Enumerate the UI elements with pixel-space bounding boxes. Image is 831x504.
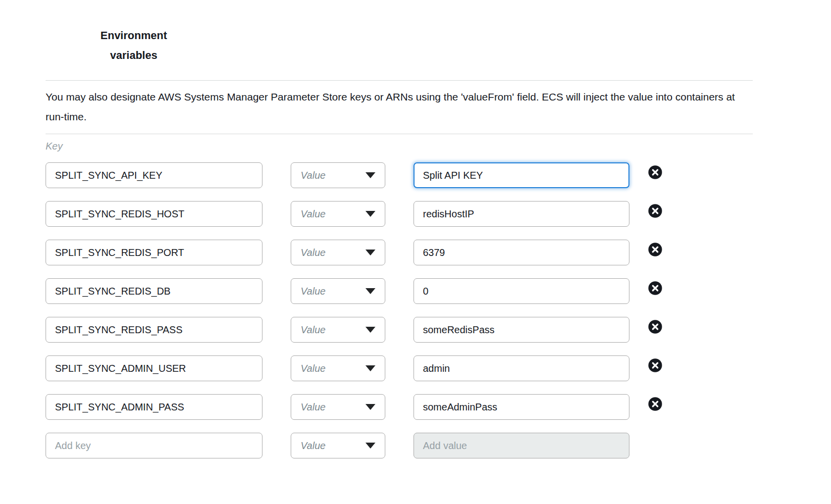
env-var-row: Value: [46, 240, 753, 265]
environment-variables-section: Environment variables You may also desig…: [0, 0, 831, 491]
value-type-select[interactable]: Value: [291, 162, 385, 188]
value-type-select[interactable]: Value: [291, 317, 385, 343]
remove-circle-icon: [648, 203, 663, 218]
env-key-input[interactable]: [46, 394, 262, 420]
env-key-input[interactable]: [46, 162, 262, 188]
chevron-down-icon: [365, 327, 375, 333]
section-title: Environment variables: [92, 26, 176, 65]
remove-circle-icon: [648, 358, 663, 373]
section-description: You may also designate AWS Systems Manag…: [46, 81, 753, 134]
remove-row-button[interactable]: [648, 281, 663, 296]
env-key-input[interactable]: [46, 317, 262, 343]
env-var-row: Value: [46, 201, 753, 227]
env-key-input[interactable]: [46, 201, 262, 227]
remove-row-button[interactable]: [648, 358, 663, 373]
env-var-row: Value: [46, 278, 753, 304]
remove-circle-icon: [648, 397, 663, 411]
remove-circle-icon: [648, 242, 663, 257]
key-column-header: Key: [46, 141, 753, 152]
chevron-down-icon: [365, 211, 375, 217]
value-type-selected: Value: [301, 247, 325, 258]
env-value-input[interactable]: [414, 355, 629, 381]
env-var-row: Value: [46, 355, 753, 381]
value-type-select[interactable]: Value: [291, 433, 385, 458]
chevron-down-icon: [365, 288, 375, 294]
value-type-select[interactable]: Value: [291, 240, 385, 265]
value-type-select[interactable]: Value: [291, 394, 385, 420]
chevron-down-icon: [365, 443, 375, 449]
env-value-input[interactable]: [414, 394, 629, 420]
chevron-down-icon: [365, 250, 375, 255]
remove-circle-icon: [648, 319, 663, 334]
env-var-row: Value: [46, 317, 753, 343]
divider: [46, 134, 753, 134]
remove-row-button[interactable]: [648, 242, 663, 257]
value-type-selected: Value: [301, 402, 325, 413]
value-type-selected: Value: [301, 363, 325, 374]
chevron-down-icon: [365, 172, 375, 178]
value-type-selected: Value: [301, 208, 325, 220]
env-value-input[interactable]: [414, 201, 629, 227]
value-type-selected: Value: [301, 440, 325, 452]
env-value-input[interactable]: [414, 317, 629, 343]
value-type-selected: Value: [301, 286, 325, 297]
value-type-select[interactable]: Value: [291, 355, 385, 381]
env-value-input[interactable]: [414, 162, 629, 188]
chevron-down-icon: [365, 404, 375, 410]
remove-row-button[interactable]: [648, 319, 663, 334]
env-key-input[interactable]: [46, 278, 262, 304]
remove-row-button[interactable]: [648, 397, 663, 411]
remove-circle-icon: [648, 281, 663, 296]
add-value-input[interactable]: [414, 433, 629, 458]
env-value-input[interactable]: [414, 240, 629, 265]
env-var-row: Value: [46, 394, 753, 420]
remove-row-button[interactable]: [648, 165, 663, 180]
section-title-line1: Environment: [92, 26, 176, 46]
env-var-row: Value: [46, 162, 753, 188]
value-type-select[interactable]: Value: [291, 278, 385, 304]
chevron-down-icon: [365, 365, 375, 371]
add-env-var-row: Value: [46, 433, 753, 458]
remove-circle-icon: [648, 165, 663, 180]
section-title-line2: variables: [92, 46, 176, 65]
value-type-selected: Value: [301, 170, 325, 181]
env-key-input[interactable]: [46, 355, 262, 381]
value-type-select[interactable]: Value: [291, 201, 385, 227]
add-key-input[interactable]: [46, 433, 262, 458]
env-value-input[interactable]: [414, 278, 629, 304]
remove-row-button[interactable]: [648, 203, 663, 218]
env-key-input[interactable]: [46, 240, 262, 265]
value-type-selected: Value: [301, 324, 325, 336]
